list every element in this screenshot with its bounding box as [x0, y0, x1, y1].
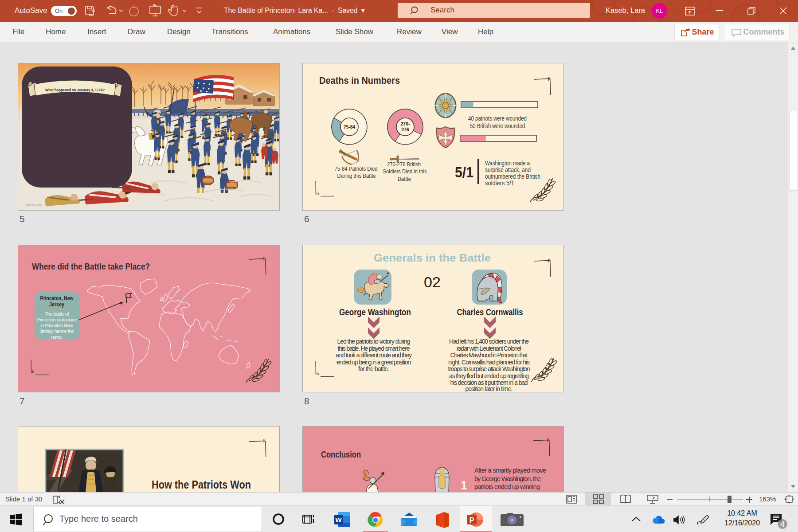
- svg-text:40 patriots were wounded: 40 patriots were wounded: [468, 115, 527, 122]
- svg-text:soldiers 5/1: soldiers 5/1: [485, 180, 514, 187]
- svg-text:Soldiers Died in this: Soldiers Died in this: [383, 168, 427, 175]
- svg-text:Charles Cornwallis: Charles Cornwallis: [457, 307, 523, 317]
- svg-text:as they fled but ended up regr: as they fled but ended up regretting: [449, 372, 529, 379]
- svg-text:position later in time.: position later in time.: [466, 385, 513, 392]
- svg-text:George Washington: George Washington: [339, 307, 411, 317]
- svg-text:Charles Mawhood in Princeton t: Charles Mawhood in Princeton that: [450, 352, 528, 359]
- svg-text:by George Washington, the: by George Washington, the: [474, 475, 541, 482]
- svg-text:1: 1: [461, 479, 467, 492]
- svg-text:50 British were wounded: 50 British were wounded: [470, 122, 525, 129]
- svg-text:During this Battle: During this Battle: [337, 172, 376, 179]
- svg-text:Battle: Battle: [398, 176, 411, 182]
- svg-text:for the battle.: for the battle.: [358, 365, 389, 372]
- svg-text:this battle. He played smart: this battle. He played smart here: [338, 345, 410, 352]
- svg-text:Washington made a: Washington made a: [485, 160, 530, 167]
- svg-text:02: 02: [424, 274, 441, 290]
- svg-text:75-84: 75-84: [344, 124, 356, 129]
- svg-text:270-: 270-: [400, 121, 410, 126]
- svg-text:5/1: 5/1: [455, 164, 473, 180]
- svg-text:Jersey, hence the: Jersey, hence the: [39, 329, 74, 334]
- svg-text:night. Cornwallis had planned: night. Cornwallis had planned for his: [448, 359, 530, 366]
- svg-text:W: W: [335, 516, 342, 524]
- svg-text:75-84 Patriots Died: 75-84 Patriots Died: [335, 165, 378, 172]
- svg-text:Where did the Battle take Plac: Where did the Battle take Place?: [32, 261, 150, 271]
- svg-text:4: 4: [780, 520, 784, 528]
- svg-text:Princeton took place: Princeton took place: [37, 317, 77, 322]
- svg-text:patriots ended up winning: patriots ended up winning: [474, 483, 540, 490]
- svg-text:270-276 British: 270-276 British: [387, 161, 421, 168]
- svg-text:P: P: [469, 516, 474, 524]
- svg-text:radar with Lieutenant Colonel: radar with Lieutenant Colonel: [457, 345, 521, 352]
- svg-text:Princeton, New: Princeton, New: [40, 295, 74, 301]
- svg-text:Generals in the Battle: Generals in the Battle: [374, 252, 491, 264]
- svg-text:276: 276: [401, 127, 409, 132]
- svg-text:12133 L722: 12133 L722: [25, 203, 42, 207]
- svg-text:in Princeton New: in Princeton New: [40, 323, 74, 328]
- svg-text:The battle of: The battle of: [45, 311, 70, 317]
- svg-text:and took a different route and: and took a different route and they: [336, 352, 412, 359]
- svg-text:How the Patriots Won: How the Patriots Won: [152, 478, 251, 491]
- svg-text:Jersey: Jersey: [49, 301, 64, 308]
- svg-text:surprise attack, and: surprise attack, and: [485, 166, 531, 173]
- svg-text:What happened on January 3, 17: What happened on January 3, 1776?: [45, 88, 105, 92]
- svg-text:After a smartly played move: After a smartly played move: [474, 467, 546, 474]
- svg-text:troops to surprise attack Wash: troops to surprise attack Washington: [448, 365, 530, 372]
- svg-text:Led the patriots to victory du: Led the patriots to victory during: [337, 338, 411, 345]
- svg-text:outnumbered the British: outnumbered the British: [485, 173, 540, 180]
- svg-text:Conclusion: Conclusion: [321, 449, 361, 459]
- svg-text:Had left his 1,400 soldiers un: Had left his 1,400 soldiers under the: [449, 338, 529, 345]
- svg-text:name.: name.: [51, 334, 63, 340]
- svg-text:ended up being in a great posi: ended up being in a great position: [336, 359, 411, 366]
- svg-text:Deaths in Numbers: Deaths in Numbers: [319, 75, 400, 86]
